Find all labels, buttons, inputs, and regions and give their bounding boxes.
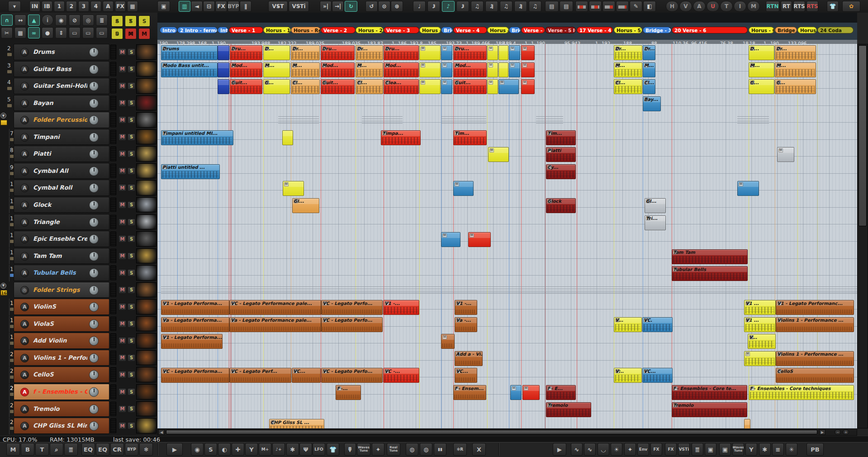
gain-knob-icon[interactable]: ◐ bbox=[218, 443, 231, 456]
pb-button[interactable]: PB bbox=[806, 443, 824, 456]
media-item[interactable]: MD... bbox=[749, 45, 774, 60]
region-marker[interactable]: Horus - 2 bbox=[356, 27, 384, 33]
media-item[interactable]: M bbox=[509, 45, 520, 60]
pan-knob[interactable] bbox=[89, 115, 99, 125]
media-item[interactable]: MV... bbox=[748, 334, 776, 349]
track-row[interactable]: 21ACelloSMS bbox=[0, 367, 157, 383]
media-item[interactable]: MTimpani untitled MI... bbox=[161, 130, 233, 145]
mute-button[interactable]: M bbox=[119, 219, 126, 226]
item-mute-icon[interactable]: M bbox=[442, 335, 447, 339]
media-item[interactable]: M bbox=[522, 385, 540, 400]
region-marker[interactable]: Verse - 1 bbox=[229, 27, 263, 33]
track-header[interactable]: AViolinS bbox=[14, 299, 109, 315]
move-items-icon[interactable]: ↔ bbox=[14, 14, 26, 26]
media-item[interactable]: M bbox=[521, 79, 535, 94]
real-tune-icon[interactable]: Real Tune bbox=[387, 443, 400, 456]
zoom-undo2-icon[interactable]: U bbox=[707, 1, 719, 12]
env-comp-icon[interactable]: Env bbox=[637, 443, 649, 456]
track-name[interactable]: Timpani bbox=[33, 133, 87, 140]
media-item[interactable]: M bbox=[487, 79, 498, 94]
routing-matrix-icon[interactable]: Y bbox=[245, 443, 258, 456]
media-item[interactable]: MDrums bbox=[161, 45, 218, 60]
media-item[interactable]: MGuit... bbox=[321, 79, 355, 94]
reel-routing-icon[interactable]: ✱ bbox=[286, 443, 299, 456]
mute-button[interactable]: M bbox=[119, 184, 126, 191]
solo-button[interactable]: S bbox=[128, 286, 135, 294]
track-header[interactable]: Af - Ensembles - Cor bbox=[14, 384, 109, 400]
horizontal-scrollbar-handle[interactable] bbox=[166, 430, 817, 434]
zoom-midi-icon[interactable]: M bbox=[747, 1, 760, 12]
item-mute-icon[interactable]: M bbox=[522, 47, 527, 51]
track-row[interactable]: 7ATimpaniMS bbox=[0, 129, 157, 146]
scroll-left-button[interactable]: ◀ bbox=[158, 429, 165, 435]
pan-knob[interactable] bbox=[89, 48, 99, 57]
track-header[interactable]: ATimpani bbox=[14, 129, 109, 145]
toolbar-1[interactable]: 1 bbox=[54, 1, 65, 12]
automation-mode-button[interactable]: A bbox=[20, 235, 29, 243]
media-item[interactable]: Mf - Ensem... bbox=[453, 385, 486, 400]
track-row[interactable]: 10ACymbal RollMS bbox=[0, 180, 157, 196]
media-item[interactable]: MClea... bbox=[384, 79, 419, 94]
media-item[interactable]: MCl... bbox=[643, 79, 655, 94]
track-row[interactable]: ▼16◎Folder StringsMS bbox=[0, 282, 157, 299]
flame-icon[interactable]: ✦ bbox=[372, 443, 384, 456]
waveform-select-icon[interactable]: ∿ bbox=[571, 443, 583, 456]
region-marker[interactable]: Verse - 3 bbox=[384, 27, 419, 33]
media-item[interactable]: MCy... bbox=[546, 164, 576, 179]
add-midi-icon[interactable]: ♪+ bbox=[272, 443, 285, 456]
unmute-all-chip[interactable]: MX bbox=[125, 28, 137, 39]
region-marker[interactable]: Horus - 5 bbox=[614, 27, 642, 33]
media-item[interactable]: MM... bbox=[749, 62, 774, 77]
mute-chip[interactable]: M bbox=[138, 28, 150, 39]
pan-knob[interactable] bbox=[89, 99, 99, 108]
media-item[interactable]: Mf - Ensembles - Core te... bbox=[672, 385, 747, 400]
rts2-button[interactable]: RTS bbox=[806, 1, 818, 12]
track-name[interactable]: Guitar Semi-Hollow bbox=[33, 82, 87, 89]
media-item[interactable]: MM... bbox=[291, 62, 320, 77]
mute-button[interactable]: M bbox=[119, 354, 126, 362]
track-name[interactable]: Add Violin bbox=[33, 337, 87, 344]
folder-open-icon[interactable]: 16 bbox=[0, 290, 7, 295]
media-item[interactable]: MV1 -... bbox=[455, 300, 477, 315]
media-item[interactable]: MTimpa... bbox=[381, 130, 421, 145]
ripple-edit-icon[interactable]: ▲ bbox=[28, 14, 40, 26]
mute-button[interactable]: M bbox=[119, 286, 126, 294]
automation-mode-button[interactable]: A bbox=[20, 48, 29, 57]
item-mute-icon[interactable]: M bbox=[442, 81, 447, 85]
add-monitor-icon[interactable]: M+ bbox=[259, 443, 271, 456]
track-header[interactable]: ATriangle bbox=[14, 214, 109, 230]
show-all-tracks-icon[interactable]: ◉ bbox=[55, 14, 67, 26]
track-header[interactable]: ATubular Bells bbox=[14, 265, 109, 281]
sun-icon[interactable]: ☀ bbox=[611, 443, 622, 456]
media-item[interactable]: MVC... bbox=[292, 368, 321, 383]
toolbar-4[interactable]: 4 bbox=[90, 1, 101, 12]
media-item[interactable]: MDr... bbox=[291, 45, 320, 60]
mute-button[interactable]: M bbox=[119, 82, 126, 90]
solo-button[interactable]: S bbox=[128, 235, 135, 243]
item-info-icon[interactable]: i bbox=[42, 14, 53, 26]
track-row[interactable]: 5ABayanMS bbox=[0, 95, 157, 112]
automation-mode-button[interactable]: A bbox=[20, 150, 29, 158]
routing-solo-icon[interactable]: S bbox=[204, 443, 217, 456]
pan-knob[interactable] bbox=[89, 218, 99, 227]
pan-knob[interactable] bbox=[89, 200, 99, 210]
gear-r-icon[interactable]: ✻R bbox=[453, 443, 467, 456]
region-marker[interactable]: 2 Intro - ferma bbox=[177, 27, 218, 33]
unsolo-all-chip[interactable]: SX bbox=[125, 15, 137, 27]
mixer-icon[interactable]: ▥ bbox=[179, 1, 190, 12]
pan-knob[interactable] bbox=[89, 81, 99, 91]
track-name[interactable]: Cymbal Roll bbox=[33, 184, 87, 191]
media-item[interactable] bbox=[218, 79, 229, 94]
media-item[interactable]: MM... bbox=[643, 62, 655, 77]
split-tool-icon[interactable]: ✂ bbox=[1, 27, 13, 38]
solo-button[interactable]: S bbox=[128, 303, 135, 310]
media-item[interactable]: M bbox=[441, 45, 452, 60]
automation-mode-button[interactable]: A bbox=[20, 337, 29, 345]
pan-knob[interactable] bbox=[89, 65, 99, 74]
mic-icon[interactable]: 🎙 bbox=[344, 443, 356, 456]
track-header[interactable]: ABayan bbox=[14, 95, 109, 111]
track-row[interactable]: 4AGuitar Semi-HollowMS bbox=[0, 78, 157, 95]
track-row[interactable]: 18AViolaSMS bbox=[0, 316, 157, 333]
media-item[interactable]: MCHP Gliss SL ... bbox=[269, 419, 324, 428]
media-item[interactable]: MDr... bbox=[643, 45, 655, 60]
